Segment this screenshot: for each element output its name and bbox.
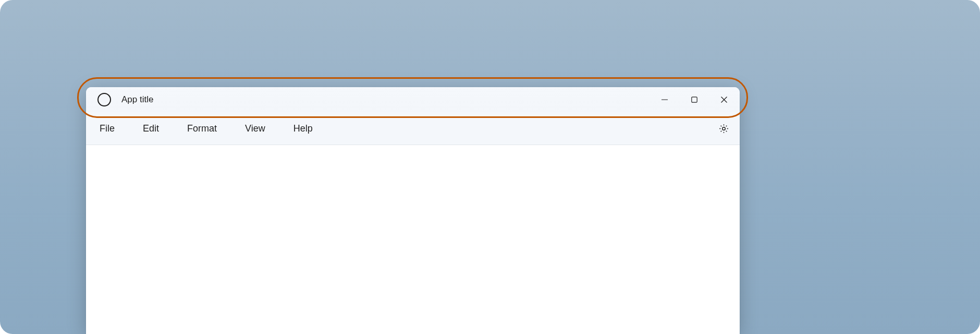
app-title: App title [121,94,153,105]
menu-file[interactable]: File [100,123,115,134]
close-icon [720,96,728,103]
settings-button[interactable] [718,123,729,134]
minimize-button[interactable] [650,87,679,112]
maximize-button[interactable] [679,87,709,112]
menu-format[interactable]: Format [187,123,217,134]
menubar: File Edit Format View Help [86,112,740,145]
menu-help[interactable]: Help [293,123,313,134]
menu-view[interactable]: View [245,123,265,134]
svg-rect-1 [691,97,696,102]
menubar-items: File Edit Format View Help [100,123,313,134]
caption-controls [650,87,739,112]
titlebar[interactable]: App title [86,87,740,112]
maximize-icon [691,96,698,103]
close-button[interactable] [709,87,739,112]
content-area [86,145,740,334]
titlebar-leading: App title [97,93,153,106]
app-window: App title File Edit [86,87,740,334]
gear-icon [718,123,729,134]
minimize-icon [661,96,668,103]
app-icon [97,93,111,106]
svg-point-4 [722,127,726,130]
menu-edit[interactable]: Edit [143,123,159,134]
